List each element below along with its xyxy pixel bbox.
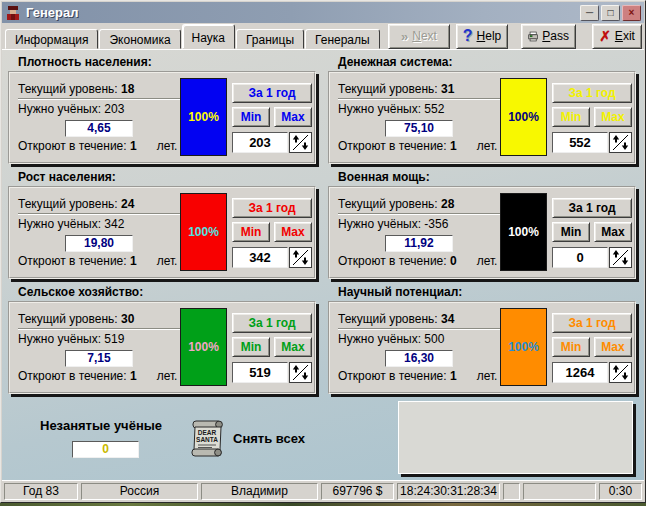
help-button[interactable]: ? Help bbox=[456, 24, 508, 49]
min-button[interactable]: Min bbox=[232, 222, 270, 242]
years-unit: лет. bbox=[157, 139, 178, 153]
research-cost-value: 19,80 bbox=[65, 235, 133, 252]
tab-generals[interactable]: Генералы bbox=[305, 29, 380, 49]
updown-icon bbox=[290, 133, 311, 152]
panel-title: Денежная система: bbox=[338, 55, 640, 69]
open-within-row: Откроют в течение: 1лет. bbox=[18, 139, 177, 153]
spinner-updown-button[interactable] bbox=[289, 247, 312, 268]
scientists-needed-row: Нужно учёных: 519 bbox=[18, 332, 124, 346]
years-value: 1 bbox=[450, 139, 457, 153]
allocation-percent: 100% bbox=[188, 110, 219, 124]
panel-population-growth: Рост населения: Текущий уровень: 24 Нужн… bbox=[8, 170, 320, 279]
panel-agriculture: Сельское хозяйство: Текущий уровень: 30 … bbox=[8, 285, 320, 394]
current-level-row: Текущий уровень: 30 bbox=[18, 312, 134, 326]
spinner-updown-button[interactable] bbox=[609, 362, 632, 383]
scientists-assigned-input[interactable]: 552 bbox=[552, 132, 608, 153]
research-cost-value: 4,65 bbox=[65, 120, 133, 137]
per-year-button[interactable]: За 1 год bbox=[232, 198, 312, 218]
pass-button[interactable]: Pass bbox=[521, 24, 576, 49]
scientists-assigned-input[interactable]: 1264 bbox=[552, 362, 608, 383]
close-button[interactable]: × bbox=[622, 5, 641, 21]
scientists-needed-value: 342 bbox=[104, 217, 124, 231]
spinner-updown-button[interactable] bbox=[609, 132, 632, 153]
open-within-row: Откроют в течение: 1лет. bbox=[18, 369, 177, 383]
panel-title: Военная мощь: bbox=[338, 170, 640, 184]
tab-science[interactable]: Наука bbox=[182, 24, 235, 49]
status-country: Россия bbox=[81, 483, 198, 500]
panel-military-power: Военная мощь: Текущий уровень: 28 Нужно … bbox=[328, 170, 640, 279]
scientists-needed-row: Нужно учёных: 203 bbox=[18, 102, 124, 116]
panel-title: Плотность населения: bbox=[18, 55, 320, 69]
per-year-button[interactable]: За 1 год bbox=[552, 83, 632, 103]
research-cost-value: 11,92 bbox=[385, 235, 453, 252]
years-value: 0 bbox=[450, 254, 457, 268]
scientists-needed-value: 519 bbox=[104, 332, 124, 346]
years-unit: лет. bbox=[477, 254, 498, 268]
current-level-value: 31 bbox=[441, 82, 454, 96]
max-button[interactable]: Max bbox=[274, 222, 312, 242]
status-year: Год 83 bbox=[4, 483, 78, 500]
max-button[interactable]: Max bbox=[274, 337, 312, 357]
help-icon: ? bbox=[463, 27, 473, 45]
divider bbox=[18, 213, 180, 215]
tab-information[interactable]: Информация bbox=[5, 29, 98, 49]
allocation-block: 100% bbox=[500, 78, 547, 156]
min-button[interactable]: Min bbox=[552, 222, 590, 242]
scientists-needed-value: 203 bbox=[104, 102, 124, 116]
window-title: Генерал bbox=[26, 5, 78, 20]
exit-button[interactable]: ✗ Exit bbox=[592, 24, 642, 49]
tab-borders[interactable]: Границы bbox=[236, 29, 304, 49]
status-bar: Год 83 Россия Владимир 697796 $ 18:24:30… bbox=[2, 480, 644, 501]
panel-box: Текущий уровень: 18 Нужно учёных: 203 4,… bbox=[8, 71, 316, 164]
current-level-row: Текущий уровень: 24 bbox=[18, 197, 134, 211]
current-level-row: Текущий уровень: 28 bbox=[338, 197, 454, 211]
research-cost-value: 75,10 bbox=[385, 120, 453, 137]
next-icon: » bbox=[401, 29, 408, 44]
titlebar: Генерал ─ □ × bbox=[2, 2, 644, 23]
min-button[interactable]: Min bbox=[232, 107, 270, 127]
min-button[interactable]: Min bbox=[552, 107, 590, 127]
min-button[interactable]: Min bbox=[232, 337, 270, 357]
scientists-assigned-input[interactable]: 0 bbox=[552, 247, 608, 268]
max-button[interactable]: Max bbox=[594, 222, 632, 242]
next-button[interactable]: » Next bbox=[388, 24, 450, 49]
science-page: Плотность населения: Текущий уровень: 18… bbox=[2, 49, 644, 483]
scientists-needed-value: 552 bbox=[424, 102, 444, 116]
spinner-updown-button[interactable] bbox=[609, 247, 632, 268]
per-year-button[interactable]: За 1 год bbox=[232, 313, 312, 333]
allocation-percent: 100% bbox=[188, 225, 219, 239]
maximize-button[interactable]: □ bbox=[601, 5, 620, 21]
open-within-row: Откроют в течение: 1лет. bbox=[338, 139, 497, 153]
svg-text:DEAR: DEAR bbox=[198, 429, 217, 436]
allocation-percent: 100% bbox=[508, 225, 539, 239]
unemployed-scientists-label: Незанятые учёные bbox=[40, 418, 162, 433]
min-button[interactable]: Min bbox=[552, 337, 590, 357]
allocation-block: 100% bbox=[500, 308, 547, 386]
spinner-updown-button[interactable] bbox=[289, 362, 312, 383]
remove-all-button[interactable]: DEAR SANTA bbox=[190, 419, 226, 459]
allocation-block: 100% bbox=[500, 193, 547, 271]
scientists-assigned-input[interactable]: 519 bbox=[232, 362, 288, 383]
years-unit: лет. bbox=[477, 139, 498, 153]
current-level-row: Текущий уровень: 31 bbox=[338, 82, 454, 96]
spinner-updown-button[interactable] bbox=[289, 132, 312, 153]
allocation-block: 100% bbox=[180, 193, 227, 271]
max-button[interactable]: Max bbox=[594, 337, 632, 357]
max-button[interactable]: Max bbox=[274, 107, 312, 127]
updown-icon bbox=[290, 363, 311, 382]
per-year-button[interactable]: За 1 год bbox=[232, 83, 312, 103]
tab-bar: Информация Экономика Наука Границы Генер… bbox=[2, 23, 644, 49]
max-button[interactable]: Max bbox=[594, 107, 632, 127]
minimize-button[interactable]: ─ bbox=[580, 5, 599, 21]
current-level-value: 28 bbox=[441, 197, 454, 211]
divider bbox=[18, 328, 180, 330]
tab-economy[interactable]: Экономика bbox=[99, 29, 180, 49]
per-year-button[interactable]: За 1 год bbox=[552, 313, 632, 333]
scientists-assigned-input[interactable]: 342 bbox=[232, 247, 288, 268]
per-year-button[interactable]: За 1 год bbox=[552, 198, 632, 218]
current-level-value: 30 bbox=[121, 312, 134, 326]
panel-title: Сельское хозяйство: bbox=[18, 285, 320, 299]
allocation-percent: 100% bbox=[508, 340, 539, 354]
exit-icon: ✗ bbox=[599, 28, 611, 44]
scientists-assigned-input[interactable]: 203 bbox=[232, 132, 288, 153]
